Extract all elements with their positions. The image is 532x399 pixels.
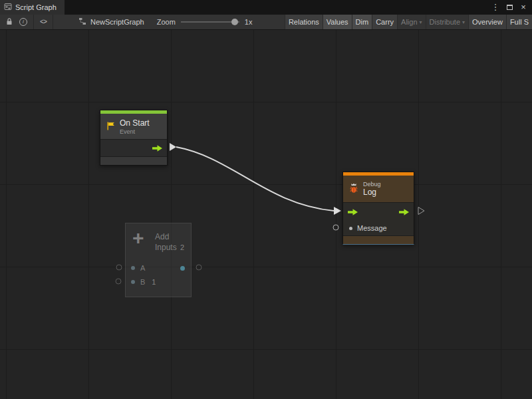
zoom-label: Zoom	[157, 18, 176, 26]
message-input-row: Message	[343, 221, 414, 235]
wire-onstart-to-log[interactable]	[176, 147, 334, 211]
onstart-output-port-triangle[interactable]	[170, 143, 176, 151]
chevron-down-icon: ▾	[462, 19, 465, 25]
flag-icon	[106, 121, 116, 132]
script-graph-window: Script Graph ⋮ × i <> NewScriptGraph Zoo…	[0, 0, 532, 399]
dim-button[interactable]: Dim	[352, 15, 372, 29]
message-input-port-circle[interactable]	[333, 225, 338, 230]
ghost-port-value: 1	[152, 278, 156, 286]
wire-layer	[0, 30, 532, 399]
info-icon[interactable]: i	[19, 18, 27, 26]
debug-log-header: Debug Log	[343, 176, 414, 202]
values-button[interactable]: Values	[323, 15, 352, 29]
chevron-down-icon: ▾	[420, 19, 422, 25]
ghost-port-label: B	[140, 278, 145, 286]
ghost-input-count: 2	[180, 243, 184, 251]
lock-icon[interactable]	[6, 17, 13, 27]
ghost-port-label: A	[140, 264, 145, 272]
value-port-dot-icon[interactable]	[349, 227, 352, 230]
plus-icon: +	[132, 227, 144, 249]
flow-input-arrow-icon[interactable]	[348, 209, 358, 215]
fullscreen-button[interactable]: Full S	[506, 15, 532, 29]
menu-kebab-icon[interactable]: ⋮	[491, 2, 500, 13]
debug-flow-row	[343, 202, 414, 221]
maximize-icon[interactable]	[505, 2, 514, 13]
graph-toolbar: i <> NewScriptGraph Zoom 1x Relations Va…	[0, 15, 532, 30]
on-start-flow-row	[100, 139, 167, 156]
toolbar-left-icons: i	[0, 15, 34, 29]
zoom-value: 1x	[245, 18, 253, 26]
graph-name-label: NewScriptGraph	[90, 18, 144, 26]
node-title: On Start	[120, 118, 150, 128]
carry-button[interactable]: Carry	[372, 15, 397, 29]
node-debug-log[interactable]: Debug Log Message	[342, 172, 414, 245]
node-on-start[interactable]: On Start Event	[100, 110, 168, 166]
overview-button[interactable]: Overview	[468, 15, 506, 29]
value-port-dot-icon	[131, 280, 135, 284]
on-start-header: On Start Event	[100, 114, 167, 139]
toolbar-buttons: Relations Values Dim Carry Align▾ Distri…	[285, 15, 532, 29]
bug-icon	[348, 183, 359, 196]
node-category: Debug	[363, 181, 381, 188]
script-graph-icon	[4, 3, 12, 12]
flow-output-arrow-icon[interactable]	[152, 145, 162, 152]
flow-output-arrow-icon[interactable]	[399, 209, 409, 215]
tab-script-graph[interactable]: Script Graph	[0, 0, 65, 15]
graph-asset-icon	[78, 17, 86, 27]
log-output-port-triangle[interactable]	[418, 207, 424, 215]
zoom-slider-track	[181, 21, 239, 23]
relations-button[interactable]: Relations	[285, 15, 323, 29]
toolbar-code-group: <>	[34, 15, 53, 29]
ghost-node-subtitle: Inputs	[155, 243, 177, 252]
window-controls: ⋮ ×	[491, 0, 532, 15]
zoom-slider[interactable]	[181, 17, 239, 27]
wire-arrowhead-icon	[334, 207, 341, 215]
value-output-dot-icon	[180, 266, 185, 271]
on-start-footer	[100, 156, 167, 165]
node-add-preview: + Add Inputs 2 A B 1	[125, 223, 192, 297]
value-port-dot-icon	[131, 266, 135, 270]
tab-title: Script Graph	[15, 3, 57, 11]
node-subtitle: Event	[120, 128, 150, 135]
zoom-slider-handle[interactable]	[231, 19, 238, 25]
ghost-input-row-b: B 1	[126, 275, 191, 289]
graph-canvas[interactable]: On Start Event	[0, 30, 532, 399]
zoom-control: Zoom 1x	[150, 15, 259, 29]
align-button: Align▾	[397, 15, 425, 29]
close-icon[interactable]: ×	[519, 2, 528, 13]
edit-code-icon[interactable]: <>	[40, 19, 47, 26]
graph-breadcrumb[interactable]: NewScriptGraph	[53, 15, 150, 29]
distribute-button: Distribute▾	[426, 15, 468, 29]
title-bar: Script Graph ⋮ ×	[0, 0, 532, 15]
message-port-label: Message	[357, 224, 387, 232]
ghost-node-title: Add	[155, 232, 169, 241]
node-title: Log	[363, 188, 381, 197]
ghost-input-row-a: A	[126, 261, 191, 275]
debug-log-footer	[343, 235, 414, 244]
